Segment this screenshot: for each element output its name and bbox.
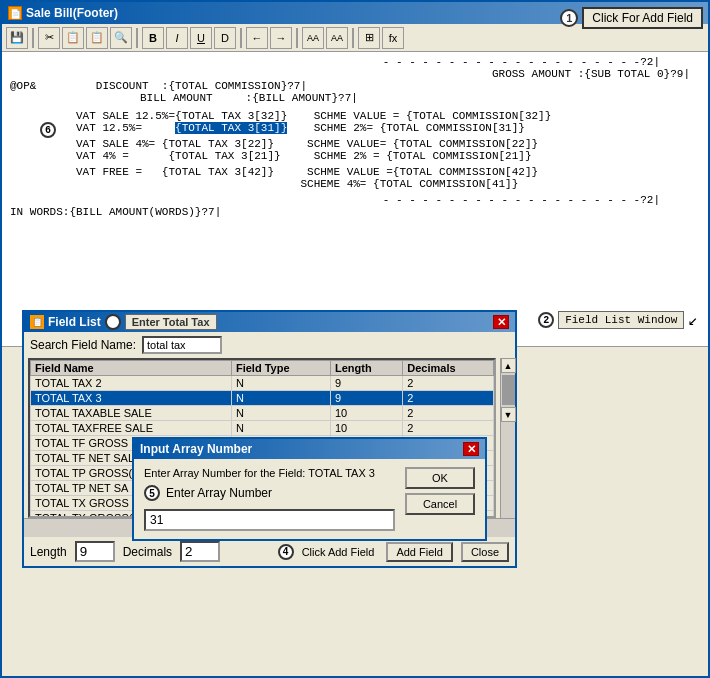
- cell-name: TOTAL TAXABLE SALE: [31, 406, 232, 421]
- line-dotted2: - - - - - - - - - - - - - - - - - - - -?…: [10, 194, 700, 206]
- scroll-down-button[interactable]: ▼: [501, 407, 516, 422]
- cell-length: 10: [331, 406, 403, 421]
- input-array-close-button[interactable]: ✕: [463, 442, 479, 456]
- cancel-button[interactable]: Cancel: [405, 493, 475, 515]
- cell-length: 9: [331, 376, 403, 391]
- iad-buttons: OK Cancel: [405, 467, 475, 515]
- separator-1: [32, 28, 34, 48]
- callout-6-container: 6: [40, 122, 56, 138]
- field-list-header: Search Field Name:: [24, 332, 515, 358]
- scroll-bar[interactable]: ▲ ▼: [500, 358, 515, 518]
- search-button[interactable]: 🔍: [110, 27, 132, 49]
- callout-3: 3: [105, 314, 121, 330]
- scroll-up-button[interactable]: ▲: [501, 358, 516, 373]
- decimals-input[interactable]: [180, 541, 220, 562]
- cell-length: 10: [331, 421, 403, 436]
- line-scheme4: SCHEME 4%= {TOTAL COMMISSION[41]}: [10, 178, 700, 190]
- col-decimals: Decimals: [403, 361, 494, 376]
- field-list-close-button[interactable]: ✕: [493, 315, 509, 329]
- input-array-title-bar: Input Array Number ✕: [134, 439, 485, 459]
- cell-type: N: [231, 376, 330, 391]
- line-vat-free: VAT FREE = {TOTAL TAX 3[42]} SCHME VALUE…: [10, 166, 700, 178]
- enter-total-tax-label: Enter Total Tax: [125, 314, 217, 330]
- col-field-name: Field Name: [31, 361, 232, 376]
- separator-3: [240, 28, 242, 48]
- cell-decimals: 2: [403, 391, 494, 406]
- click-add-field-label: Click Add Field: [302, 546, 375, 558]
- formula-button[interactable]: fx: [382, 27, 404, 49]
- line-op: @OP& DISCOUNT :{TOTAL COMMISSION}?7|: [10, 80, 700, 92]
- field-list-window-label: Field List Window: [558, 311, 684, 329]
- search-field-input[interactable]: [142, 336, 222, 354]
- paste-button[interactable]: 📋: [86, 27, 108, 49]
- cell-decimals: 2: [403, 421, 494, 436]
- length-label: Length: [30, 545, 67, 559]
- cell-decimals: 2: [403, 406, 494, 421]
- d-button[interactable]: D: [214, 27, 236, 49]
- enter-array-label: Enter Array Number: [166, 486, 272, 500]
- cell-decimals: 2: [403, 376, 494, 391]
- enter-array-label-container: 5 Enter Array Number: [144, 485, 395, 501]
- save-button[interactable]: 💾: [6, 27, 28, 49]
- callout-6: 6: [40, 122, 56, 138]
- col-field-type: Field Type: [231, 361, 330, 376]
- field-list-icon: 📋: [30, 315, 44, 329]
- copy-button[interactable]: 📋: [62, 27, 84, 49]
- cell-type: N: [231, 406, 330, 421]
- callout-2-container: 2 Field List Window ↙: [538, 310, 698, 330]
- table-header-row: Field Name Field Type Length Decimals: [31, 361, 494, 376]
- col-length: Length: [331, 361, 403, 376]
- separator-4: [296, 28, 298, 48]
- line-vat12-sale: VAT SALE 12.5%={TOTAL TAX 3[32]} SCHME V…: [10, 110, 700, 122]
- title-bar: 📄 Sale Bill(Footer) 1 Click For Add Fiel…: [2, 2, 708, 24]
- font-size-down[interactable]: AA: [302, 27, 324, 49]
- cut-button[interactable]: ✂: [38, 27, 60, 49]
- array-number-input[interactable]: [144, 509, 395, 531]
- cell-name: TOTAL TAX 2: [31, 376, 232, 391]
- table-row[interactable]: TOTAL TAX 2N92: [31, 376, 494, 391]
- content-area: - - - - - - - - - - - - - - - - - - - -?…: [2, 52, 708, 347]
- selected-field: {TOTAL TAX 3[31]}: [175, 122, 287, 134]
- field-list-title-bar: 📋 Field List 3 Enter Total Tax ✕: [24, 312, 515, 332]
- line-1: - - - - - - - - - - - - - - - - - - - -?…: [10, 56, 700, 68]
- cell-type: N: [231, 421, 330, 436]
- arrow-right-button[interactable]: →: [270, 27, 292, 49]
- close-button[interactable]: Close: [461, 542, 509, 562]
- underline-button[interactable]: U: [190, 27, 212, 49]
- input-array-dialog: Input Array Number ✕ Enter Array Number …: [132, 437, 487, 541]
- input-array-title-text: Input Array Number: [140, 442, 252, 456]
- line-gross: GROSS AMOUNT :{SUB TOTAL 0}?9|: [10, 68, 700, 80]
- line-vat4: VAT 4% = {TOTAL TAX 3[21]} SCHME 2% = {T…: [10, 150, 700, 162]
- italic-button[interactable]: I: [166, 27, 188, 49]
- window-title: Sale Bill(Footer): [26, 6, 118, 20]
- line-vat4-sale: VAT SALE 4%= {TOTAL TAX 3[22]} SCHME VAL…: [10, 138, 700, 150]
- top-callout: 1 Click For Add Field: [560, 7, 703, 29]
- grid-button[interactable]: ⊞: [358, 27, 380, 49]
- cell-name: TOTAL TAX 3: [31, 391, 232, 406]
- callout-4: 4: [278, 544, 294, 560]
- decimals-label: Decimals: [123, 545, 172, 559]
- line-bill: BILL AMOUNT :{BILL AMOUNT}?7|: [10, 92, 700, 104]
- arrow-left-button[interactable]: ←: [246, 27, 268, 49]
- search-field-label: Search Field Name:: [30, 338, 136, 352]
- font-size-up[interactable]: AA: [326, 27, 348, 49]
- bold-button[interactable]: B: [142, 27, 164, 49]
- callout-1: 1: [560, 9, 578, 27]
- scroll-thumb[interactable]: [502, 375, 515, 405]
- table-row[interactable]: TOTAL TAX 3N92: [31, 391, 494, 406]
- ok-button[interactable]: OK: [405, 467, 475, 489]
- table-row[interactable]: TOTAL TAXABLE SALEN102: [31, 406, 494, 421]
- app-icon: 📄: [8, 6, 22, 20]
- click-add-field-button[interactable]: Click For Add Field: [582, 7, 703, 29]
- separator-5: [352, 28, 354, 48]
- main-window: 📄 Sale Bill(Footer) 1 Click For Add Fiel…: [0, 0, 710, 678]
- length-input[interactable]: [75, 541, 115, 562]
- line-vat12: VAT 12.5%= {TOTAL TAX 3[31]} SCHME 2%= {…: [10, 122, 700, 134]
- cell-name: TOTAL TAXFREE SALE: [31, 421, 232, 436]
- callout-2: 2: [538, 312, 554, 328]
- cell-length: 9: [331, 391, 403, 406]
- callout-5: 5: [144, 485, 160, 501]
- add-field-button[interactable]: Add Field: [386, 542, 452, 562]
- table-row[interactable]: TOTAL TAXFREE SALEN102: [31, 421, 494, 436]
- cell-type: N: [231, 391, 330, 406]
